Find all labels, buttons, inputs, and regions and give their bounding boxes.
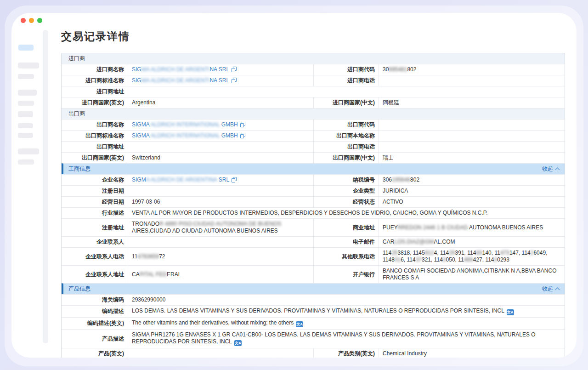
table-row: 出口商国家(英文)Switzerland出口商国家(中文)瑞士 — [62, 152, 565, 163]
table-row: 进口商地址 — [62, 86, 565, 97]
redacted-text: MA ALDRICH DE ARGENTI — [141, 66, 210, 73]
field-value-text: SIGMA ALDRICH INTERNATIONAL GMBH — [132, 132, 245, 139]
field-label: 企业联系人电话 — [62, 248, 128, 265]
copy-icon[interactable] — [232, 78, 237, 83]
field-value-text: 30695481802 — [383, 66, 416, 73]
redacted-text: 473 — [500, 250, 509, 256]
field-value: 29362990000 — [128, 295, 565, 305]
redacted-text: 2 — [531, 250, 534, 256]
table-row: 行业描述VENTA AL POR MAYOR DE PRODUCTOS INTE… — [62, 207, 565, 218]
field-value-text: CAPITAL FEDERAL — [132, 271, 181, 278]
value-text: SIGMA — [132, 121, 149, 128]
value-text: 802 — [410, 176, 419, 183]
value-text: CAR — [383, 239, 394, 245]
value-text: 427, 114 — [473, 256, 494, 263]
value-text: CA — [132, 271, 140, 278]
close-window-button[interactable] — [21, 18, 26, 23]
section-header-exporter: 出口商 — [62, 108, 565, 119]
value-text: ERAL — [167, 271, 181, 278]
section-title: 出口商 — [68, 110, 85, 118]
field-value — [128, 86, 565, 97]
field-value: BANCO COMAFI SOCIEDAD ANONIMA,CITIBANK N… — [379, 266, 565, 283]
value-text: 0293 — [497, 256, 509, 263]
table-row: 进口商国家(英文)Argentina进口商国家(中文)阿根廷 — [62, 97, 565, 108]
field-value: 阿根廷 — [379, 97, 565, 108]
value-text: 050, 11 — [446, 256, 464, 263]
field-value[interactable]: SIGMA ALDRICH INTERNATIONAL GMBH — [128, 120, 314, 130]
field-value[interactable]: SIGMA ALDRICH INTERNATIONAL GMBH — [128, 131, 314, 141]
field-value-text: 11478365972 — [132, 253, 165, 260]
field-label: 出口商国家(中文) — [314, 153, 379, 163]
value-text: 11 — [132, 253, 137, 260]
redacted-text: PITAL FED — [140, 271, 167, 278]
value-text: 1997-03-06 — [132, 199, 160, 205]
field-label: 经营状态 — [314, 197, 379, 207]
minimize-window-button[interactable] — [29, 18, 34, 23]
value-text: Chemical Industry — [383, 350, 427, 357]
sidebar-placeholder — [18, 159, 34, 165]
table-row: 企业联系人地址CAPITAL FEDERAL开户银行BANCO COMAFI S… — [62, 265, 565, 283]
value-text: 802 — [407, 66, 416, 73]
value-text: GMBH — [220, 121, 237, 128]
section-title: 产品信息 — [68, 285, 90, 293]
field-value: 1997-03-06 — [128, 197, 314, 207]
value-text: NA SRL — [209, 66, 229, 73]
field-value[interactable]: SIGMA ALDRICH DE ARGENTINA SRL — [128, 175, 314, 185]
sidebar-content-divider — [43, 30, 48, 343]
field-label: 进口商国家(英文) — [62, 97, 128, 108]
value-text: SIGMA PHR1276 1G ENVASES X 1 GR CA01-CB0… — [132, 331, 537, 345]
field-value: 306195648802 — [379, 175, 565, 185]
translate-icon[interactable]: 文A — [234, 340, 242, 346]
copy-icon[interactable] — [240, 133, 245, 138]
value-text: Argentina — [132, 99, 155, 106]
translate-icon[interactable]: 文A — [507, 309, 514, 315]
redacted-text: R 4890 PISO:CIUDAD AUTONOMA DE BUENOS — [159, 221, 281, 227]
field-label: 出口商名称 — [62, 120, 128, 130]
field-value-text: SIGMA ALDRICH DE ARGENTINA SRL — [132, 66, 237, 73]
browser-window-card: 交易记录详情 进口商进口商名称SIGMA ALDRICH DE ARGENTIN… — [11, 13, 577, 358]
collapse-toggle[interactable]: 收起 — [542, 285, 559, 293]
value-text: JURIDICA — [383, 188, 408, 194]
field-value: PUEYRREDON 2446 1 B CIUDAD AUTONOMA BUEN… — [379, 219, 565, 236]
value-text: AUTONOMA BUENOS AIRES — [468, 224, 543, 231]
value-text: The other vitamins and their derivatives… — [132, 319, 294, 326]
field-label: 进口商代码 — [314, 64, 379, 75]
section-header-product-info: 产品信息收起 — [62, 283, 565, 294]
translate-icon[interactable]: 文A — [296, 321, 303, 327]
value-text: 114 — [383, 250, 391, 256]
sidebar-active-item — [18, 45, 34, 51]
collapse-toggle[interactable]: 收起 — [542, 165, 559, 173]
table-row: 注册地址TRONADOR 4890 PISO:CIUDAD AUTONOMA D… — [62, 218, 565, 236]
field-value-text: ACTIVO — [383, 199, 403, 205]
field-value-text: Switzerland — [132, 154, 160, 161]
field-value-text: SIGMA ALDRICH DE ARGENTINA SRL — [132, 77, 237, 84]
value-text: 阿根廷 — [383, 99, 399, 106]
redacted-text: 3 — [494, 256, 498, 263]
table-row: 编码描述(英文)The other vitamins and their der… — [62, 317, 565, 329]
field-value: SIGMA PHR1276 1G ENVASES X 1 GR CA01-CB0… — [128, 330, 565, 348]
redacted-text: ALDRICH INTERNATIONAL — [149, 132, 220, 139]
field-value — [379, 75, 565, 86]
field-value[interactable]: SIGMA ALDRICH DE ARGENTINA SRL — [128, 64, 314, 75]
field-value: Chemical Industry — [379, 348, 565, 358]
field-label: 出口商国家(英文) — [62, 153, 128, 163]
field-label: 进口商标准名称 — [62, 75, 128, 86]
field-value: 114253818, 11458124, 11429391, 11483140,… — [379, 248, 565, 265]
copy-icon[interactable] — [232, 177, 237, 182]
maximize-window-button[interactable] — [37, 18, 42, 23]
value-text: 29362990000 — [132, 296, 165, 303]
table-row: 出口商标准名称SIGMA ALDRICH INTERNATIONAL GMBH出… — [62, 130, 565, 141]
redacted-text: 5 — [443, 256, 446, 263]
chevron-up-icon — [555, 287, 560, 292]
copy-icon[interactable] — [240, 122, 245, 127]
copy-icon[interactable] — [232, 67, 237, 72]
field-label: 企业联系人 — [62, 237, 128, 247]
field-label: 企业类型 — [314, 186, 379, 196]
redacted-text: ALDRICH INTERNATIONAL — [149, 121, 220, 128]
section-title: 进口商 — [68, 55, 85, 63]
redacted-text: 83 — [476, 250, 482, 256]
value-text: Switzerland — [132, 154, 160, 161]
field-value-text: JURIDICA — [383, 188, 408, 194]
value-text: 瑞士 — [383, 154, 394, 161]
field-value[interactable]: SIGMA ALDRICH DE ARGENTINA SRL — [128, 75, 314, 86]
